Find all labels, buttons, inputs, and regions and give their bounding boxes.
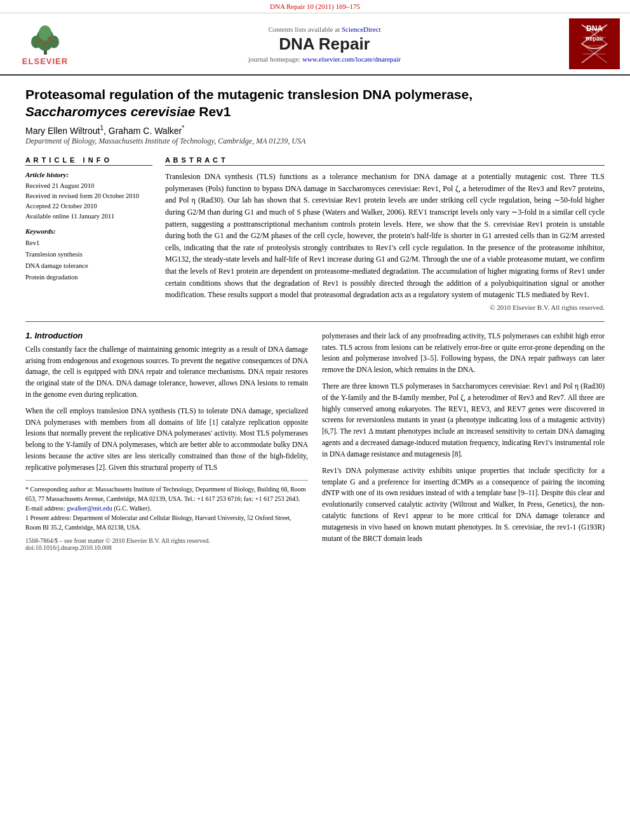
section-divider [25, 321, 605, 322]
keyword-1: Rev1 [25, 237, 152, 249]
body-section: 1. Introduction Cells constantly face th… [25, 331, 605, 551]
svg-text:DNA: DNA [586, 24, 603, 33]
intro-paragraph-right-1: polymerases and their lack of any proofr… [322, 331, 605, 376]
keyword-2: Translesion synthesis [25, 249, 152, 260]
homepage-link[interactable]: www.elsevier.com/locate/dnarepair [302, 55, 401, 63]
dna-repair-logo-icon: DNA Repair [569, 18, 620, 69]
journal-homepage: journal homepage: www.elsevier.com/locat… [80, 55, 569, 63]
dna-repair-logo: DNA Repair [569, 18, 620, 69]
copyright-line: © 2010 Elsevier B.V. All rights reserved… [165, 303, 605, 311]
abstract-column: A B S T R A C T Translesion DNA synthesi… [165, 156, 605, 311]
journal-header: ELSEVIER Contents lists available at Sci… [0, 13, 630, 76]
svg-point-8 [36, 43, 38, 44]
received-date: Received 21 August 2010 [25, 181, 152, 191]
doi-line: doi:10.1016/j.dnarep.2010.10.008 [25, 544, 308, 551]
keywords-list: Rev1 Translesion synthesis DNA damage to… [25, 237, 152, 283]
available-online-date: Available online 11 January 2011 [25, 211, 152, 222]
email-note: E-mail address: gwalker@mit.edu (G.C. Wa… [25, 503, 308, 513]
svg-point-3 [49, 36, 59, 48]
svg-point-6 [48, 37, 50, 39]
intro-paragraph-right-2: There are three known TLS polymerases in… [322, 381, 605, 460]
authors-line: Mary Ellen Wiltrout1, Graham C. Walker* [25, 124, 605, 136]
email-link[interactable]: gwalker@mit.edu [67, 505, 112, 512]
keyword-4: Protein degradation [25, 272, 152, 283]
elsevier-tree-icon [25, 22, 66, 57]
elsevier-wordmark: ELSEVIER [22, 57, 68, 66]
article-history-label: Article history: [25, 171, 152, 178]
bottom-info: 1568-7864/$ – see front matter © 2010 El… [25, 537, 308, 551]
accepted-date: Accepted 22 October 2010 [25, 201, 152, 211]
journal-citation: DNA Repair 10 (2011) 169–175 [0, 0, 630, 13]
paper-title: Proteasomal regulation of the mutagenic … [25, 86, 605, 121]
svg-text:Repair: Repair [586, 36, 604, 42]
body-right-column: polymerases and their lack of any proofr… [322, 331, 605, 551]
intro-paragraph-1: Cells constantly face the challenge of m… [25, 344, 308, 401]
journal-title: DNA Repair [80, 34, 569, 54]
present-address-note: 1 Present address: Department of Molecul… [25, 513, 308, 532]
svg-point-9 [51, 40, 53, 42]
abstract-text: Translesion DNA synthesis (TLS) function… [165, 171, 605, 301]
intro-paragraph-2: When the cell employs translesion DNA sy… [25, 406, 308, 474]
body-left-column: 1. Introduction Cells constantly face th… [25, 331, 308, 551]
main-content: Proteasomal regulation of the mutagenic … [0, 76, 630, 561]
keywords-section: Keywords: Rev1 Translesion synthesis DNA… [25, 227, 152, 283]
article-history: Article history: Received 21 August 2010… [25, 171, 152, 221]
svg-point-2 [31, 36, 41, 48]
article-info-heading: A R T I C L E I N F O [25, 156, 152, 166]
keywords-label: Keywords: [25, 227, 152, 235]
elsevier-logo: ELSEVIER [10, 22, 80, 66]
introduction-heading: 1. Introduction [25, 331, 308, 340]
science-direct-link[interactable]: ScienceDirect [342, 25, 381, 33]
article-info-column: A R T I C L E I N F O Article history: R… [25, 156, 152, 311]
article-info-abstract: A R T I C L E I N F O Article history: R… [25, 156, 605, 311]
keyword-3: DNA damage tolerance [25, 260, 152, 272]
abstract-heading: A B S T R A C T [165, 156, 605, 166]
issn-line: 1568-7864/$ – see front matter © 2010 El… [25, 537, 308, 544]
received-revised-date: Received in revised form 20 October 2010 [25, 191, 152, 201]
journal-center: Contents lists available at ScienceDirec… [80, 25, 569, 63]
author-1: Mary Ellen Wiltrout [25, 125, 100, 135]
intro-paragraph-right-3: Rev1's DNA polymerase activity exhibits … [322, 465, 605, 545]
science-direct-line: Contents lists available at ScienceDirec… [80, 25, 569, 33]
footnotes-section: * Corresponding author at: Massachusetts… [25, 480, 308, 532]
svg-point-5 [39, 39, 42, 42]
svg-point-7 [44, 43, 46, 45]
corresponding-note: * Corresponding author at: Massachusetts… [25, 484, 308, 503]
affiliation: Department of Biology, Massachusetts Ins… [25, 137, 605, 146]
